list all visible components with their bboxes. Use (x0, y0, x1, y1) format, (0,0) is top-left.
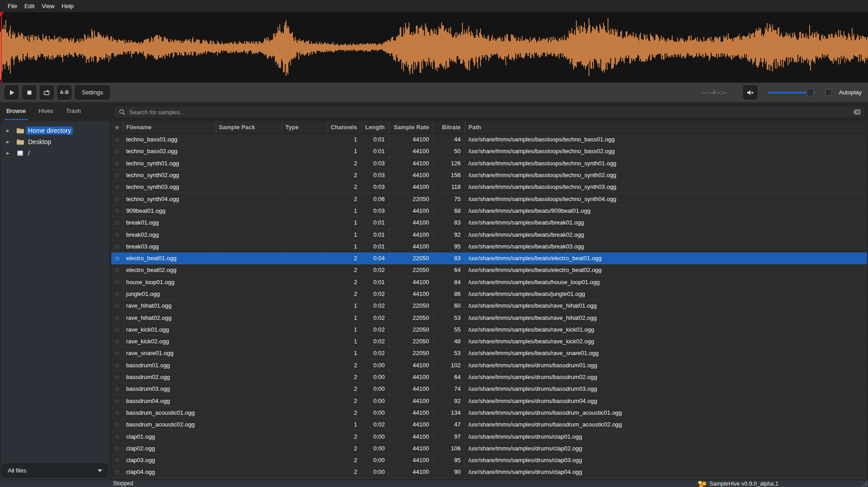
playhead-marker[interactable] (1, 12, 2, 83)
star-outline-icon[interactable]: ☆ (114, 338, 120, 345)
playhead-handle-icon[interactable] (0, 12, 4, 16)
star-outline-icon[interactable]: ☆ (114, 409, 120, 416)
favorite-cell[interactable]: ☆ (111, 324, 123, 335)
table-row[interactable]: ☆ house_loop01.ogg 2 0:01 44100 84 /usr/… (111, 276, 867, 288)
favorite-cell[interactable]: ☆ (111, 229, 123, 240)
column-header-bitrate[interactable]: Bitrate (434, 121, 465, 133)
favorite-cell[interactable]: ☆ (111, 371, 123, 383)
table-row[interactable]: ☆ clap01.ogg 2 0:00 44100 97 /usr/share/… (111, 431, 867, 442)
tree-item-home-directory[interactable]: ▶Home directory (1, 125, 109, 136)
star-outline-icon[interactable]: ☆ (114, 231, 120, 238)
clear-search-icon[interactable] (853, 109, 860, 115)
favorite-cell[interactable]: ☆ (111, 312, 123, 323)
table-row[interactable]: ☆ techno_bass01.ogg 1 0:01 44100 44 /usr… (111, 134, 867, 145)
favorite-cell[interactable]: ☆ (111, 134, 123, 145)
mute-button[interactable] (743, 85, 757, 99)
favorite-cell[interactable]: ☆ (111, 158, 123, 169)
table-row[interactable]: ☆ jungle01.ogg 2 0:02 44100 86 /usr/shar… (111, 288, 867, 300)
waveform-canvas[interactable] (0, 12, 868, 83)
volume-knob[interactable] (806, 89, 814, 97)
search-bar[interactable] (114, 106, 865, 118)
star-outline-icon[interactable]: ☆ (114, 398, 120, 404)
column-header-length[interactable]: Length (362, 121, 389, 133)
favorite-cell[interactable]: ☆ (111, 205, 123, 216)
favorite-cell[interactable]: ☆ (111, 288, 123, 300)
table-row[interactable]: ☆ bassdrum_acoustic02.ogg 1 0:02 44100 4… (111, 419, 867, 431)
favorite-cell[interactable]: ☆ (111, 347, 123, 359)
play-button[interactable] (5, 85, 19, 99)
favorite-cell[interactable]: ☆ (111, 217, 123, 228)
star-outline-icon[interactable]: ☆ (114, 314, 120, 321)
file-filter-dropdown[interactable]: All files (2, 464, 108, 478)
column-header-filename[interactable]: Filename (123, 121, 216, 133)
expander-arrow-icon[interactable]: ▶ (6, 151, 13, 155)
table-row[interactable]: ☆ clap02.ogg 2 0:00 44100 106 /usr/share… (111, 443, 867, 454)
star-outline-icon[interactable]: ☆ (114, 219, 120, 226)
favorite-cell[interactable]: ☆ (111, 443, 123, 454)
favorite-cell[interactable]: ☆ (111, 300, 123, 311)
star-outline-icon[interactable]: ☆ (114, 326, 120, 333)
table-row[interactable]: ☆ techno_synth03.ogg 2 0:03 44100 118 /u… (111, 181, 867, 193)
autoplay-checkbox[interactable] (825, 89, 832, 96)
star-outline-icon[interactable]: ☆ (114, 136, 120, 143)
table-row[interactable]: ☆ bassdrum_acoustic01.ogg 2 0:00 44100 1… (111, 407, 867, 419)
favorite-cell[interactable]: ☆ (111, 395, 123, 407)
column-header-type[interactable]: Type (283, 121, 327, 133)
table-row[interactable]: ☆ bassdrum02.ogg 2 0:00 44100 64 /usr/sh… (111, 371, 867, 383)
star-outline-icon[interactable]: ☆ (114, 421, 120, 428)
table-row[interactable]: ☆ rave_hihat01.ogg 1 0:02 22050 60 /usr/… (111, 300, 867, 312)
table-row[interactable]: ☆ techno_synth04.ogg 2 0:06 22050 75 /us… (111, 193, 867, 205)
favorite-cell[interactable]: ☆ (111, 145, 123, 157)
tree-item-desktop[interactable]: ▶Desktop (1, 136, 109, 147)
table-row[interactable]: ☆ bassdrum01.ogg 2 0:00 44100 102 /usr/s… (111, 360, 867, 371)
tab-hives[interactable]: Hives (32, 102, 60, 121)
loop-button[interactable] (40, 85, 54, 99)
waveform-panel[interactable] (0, 12, 868, 83)
favorite-cell[interactable]: ☆ (111, 241, 123, 252)
menu-help[interactable]: Help (58, 0, 77, 12)
table-row[interactable]: ☆ rave_snare01.ogg 1 0:02 22050 53 /usr/… (111, 347, 867, 359)
tab-trash[interactable]: Trash (60, 102, 87, 121)
column-header-sample-rate[interactable]: Sample Rate (389, 121, 434, 133)
star-outline-icon[interactable]: ☆ (114, 457, 120, 464)
table-row[interactable]: ☆ techno_synth01.ogg 2 0:03 44100 126 /u… (111, 158, 867, 169)
table-row[interactable]: ☆ techno_bass02.ogg 1 0:01 44100 50 /usr… (111, 145, 867, 157)
table-row[interactable]: ☆ rave_kick02.ogg 1 0:02 22050 48 /usr/s… (111, 336, 867, 347)
star-outline-icon[interactable]: ☆ (114, 148, 120, 155)
settings-button[interactable]: Settings (75, 85, 110, 99)
star-outline-icon[interactable]: ☆ (114, 433, 120, 440)
star-outline-icon[interactable]: ☆ (114, 160, 120, 167)
table-row[interactable]: ☆ techno_synth02.ogg 2 0:03 44100 156 /u… (111, 169, 867, 181)
ab-loop-button[interactable]: A-B (57, 85, 71, 99)
column-header-sample-pack[interactable]: Sample Pack (216, 121, 283, 133)
expander-arrow-icon[interactable]: ▶ (6, 140, 13, 144)
favorite-cell[interactable]: ☆ (111, 431, 123, 442)
table-row[interactable]: ☆ electro_beat02.ogg 2 0:02 22050 64 /us… (111, 264, 867, 276)
favorite-cell[interactable]: ☆ (111, 193, 123, 204)
favorite-cell[interactable]: ☆ (111, 253, 123, 264)
table-row[interactable]: ☆ clap04.ogg 2 0:00 44100 90 /usr/share/… (111, 466, 867, 478)
table-header[interactable]: ★ Filename Sample Pack Type Channels Len… (111, 121, 867, 134)
table-row[interactable]: ☆ bassdrum04.ogg 2 0:00 44100 92 /usr/sh… (111, 395, 867, 407)
tab-browse[interactable]: Browse (0, 102, 32, 121)
tree-item--[interactable]: ▶/ (1, 147, 109, 159)
table-row[interactable]: ☆ break03.ogg 1 0:01 44100 95 /usr/share… (111, 241, 867, 253)
favorite-cell[interactable]: ☆ (111, 264, 123, 276)
volume-slider[interactable] (767, 89, 815, 97)
favorite-cell[interactable]: ☆ (111, 360, 123, 371)
expander-arrow-icon[interactable]: ▶ (6, 128, 13, 133)
star-outline-icon[interactable]: ☆ (114, 196, 120, 202)
star-outline-icon[interactable]: ☆ (114, 302, 120, 309)
star-outline-icon[interactable]: ☆ (114, 183, 120, 190)
star-outline-icon[interactable]: ☆ (114, 290, 120, 297)
favorite-cell[interactable]: ☆ (111, 169, 123, 181)
star-outline-icon[interactable]: ☆ (114, 255, 120, 262)
stop-button[interactable] (22, 85, 36, 99)
table-row[interactable]: ☆ clap03.ogg 2 0:00 44100 95 /usr/share/… (111, 454, 867, 466)
favorite-cell[interactable]: ☆ (111, 466, 123, 478)
favorite-cell[interactable]: ☆ (111, 419, 123, 430)
menu-view[interactable]: View (38, 0, 58, 12)
favorite-cell[interactable]: ☆ (111, 407, 123, 418)
search-input[interactable] (129, 109, 853, 116)
star-outline-icon[interactable]: ☆ (114, 468, 120, 475)
